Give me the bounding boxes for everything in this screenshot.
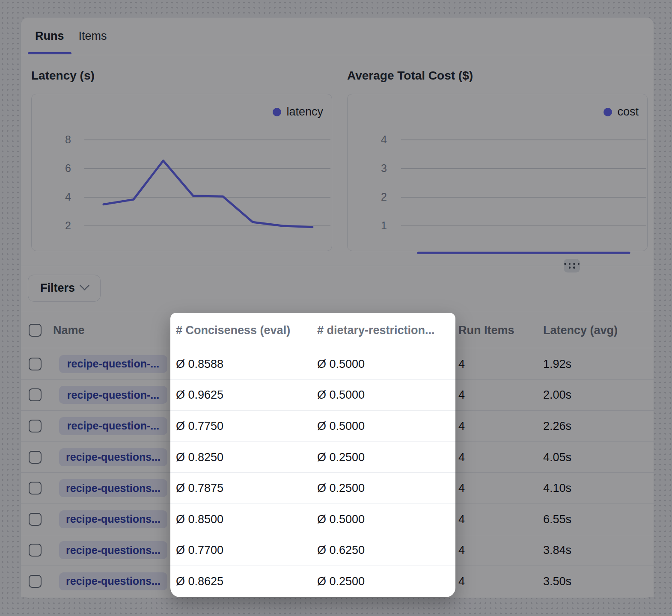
conciseness-score-cell: Ø 0.8588 (176, 357, 223, 370)
latency-chart: latency 8642 (31, 94, 332, 251)
column-header-run-items[interactable]: Run Items (458, 323, 514, 337)
latency-chart-legend: latency (273, 105, 323, 118)
resize-grip-icon[interactable] (564, 259, 580, 272)
row-checkbox[interactable] (29, 451, 42, 464)
run-name-badge[interactable]: recipe-question-... (59, 355, 167, 373)
conciseness-score-cell: Ø 0.8625 (176, 575, 223, 588)
table-body: recipe-question-... Ø 0.8588 Ø 0.5000 4 … (21, 349, 654, 597)
legend-label: cost (617, 105, 639, 118)
conciseness-score-cell: Ø 0.7875 (176, 482, 223, 495)
run-name-badge[interactable]: recipe-questions... (59, 479, 167, 497)
run-items-cell: 4 (458, 357, 465, 370)
table-row[interactable]: recipe-questions... Ø 0.8250 Ø 0.2500 4 … (21, 442, 654, 473)
row-checkbox[interactable] (29, 420, 42, 432)
latency-avg-cell: 3.84s (543, 544, 571, 557)
run-name-badge[interactable]: recipe-questions... (59, 572, 167, 590)
latency-avg-cell: 1.92s (543, 357, 571, 370)
dietary-restriction-score-cell: Ø 0.2500 (317, 482, 365, 495)
column-header-conciseness[interactable]: # Conciseness (eval) (176, 323, 290, 337)
cost-chart: cost 4321 (347, 94, 648, 251)
tab-bar: Runs Items (21, 18, 654, 55)
run-items-cell: 4 (458, 482, 465, 495)
column-header-name[interactable]: Name (53, 323, 85, 337)
run-items-cell: 4 (458, 575, 465, 588)
latency-avg-cell: 3.50s (543, 575, 571, 588)
dietary-restriction-score-cell: Ø 0.2500 (317, 575, 365, 588)
table-row[interactable]: recipe-questions... Ø 0.7875 Ø 0.2500 4 … (21, 473, 654, 504)
runs-dashboard-card: Runs Items Latency (s) Average Total Cos… (21, 17, 654, 598)
table-row[interactable]: recipe-question-... Ø 0.8588 Ø 0.5000 4 … (21, 349, 654, 380)
legend-dot-icon (604, 108, 612, 116)
conciseness-score-cell: Ø 0.8500 (176, 512, 223, 526)
dietary-restriction-score-cell: Ø 0.5000 (317, 388, 365, 402)
latency-avg-cell: 2.00s (543, 388, 571, 402)
row-checkbox[interactable] (29, 482, 42, 495)
table-row[interactable]: recipe-question-... Ø 0.9625 Ø 0.5000 4 … (21, 380, 654, 411)
row-checkbox[interactable] (29, 544, 42, 557)
column-header-dietary-restriction[interactable]: # dietary-restriction... (317, 323, 435, 337)
latency-avg-cell: 4.10s (543, 482, 571, 495)
latency-avg-cell: 6.55s (543, 512, 571, 526)
chevron-down-icon (80, 280, 90, 290)
filters-button[interactable]: Filters (28, 275, 101, 302)
table-header: Name # Conciseness (eval) # dietary-rest… (21, 312, 654, 348)
latency-series-line (104, 161, 312, 227)
dietary-restriction-score-cell: Ø 0.6250 (317, 544, 365, 557)
row-checkbox[interactable] (29, 358, 42, 370)
run-items-cell: 4 (458, 388, 465, 402)
row-checkbox[interactable] (29, 513, 42, 526)
dietary-restriction-score-cell: Ø 0.5000 (317, 419, 365, 432)
conciseness-score-cell: Ø 0.7700 (176, 544, 223, 557)
tab-items[interactable]: Items (71, 18, 114, 55)
run-name-badge[interactable]: recipe-question-... (59, 386, 167, 404)
legend-dot-icon (273, 108, 281, 116)
run-name-badge[interactable]: recipe-questions... (59, 448, 167, 466)
latency-avg-cell: 2.26s (543, 419, 571, 432)
tab-runs[interactable]: Runs (28, 18, 71, 55)
table-row[interactable]: recipe-questions... Ø 0.7700 Ø 0.6250 4 … (21, 535, 654, 566)
column-header-latency-avg[interactable]: Latency (avg) (543, 323, 618, 337)
dietary-restriction-score-cell: Ø 0.2500 (317, 450, 365, 464)
run-name-badge[interactable]: recipe-questions... (59, 541, 167, 559)
table-row[interactable]: recipe-question-... Ø 0.7750 Ø 0.5000 4 … (21, 411, 654, 442)
run-items-cell: 4 (458, 544, 465, 557)
conciseness-score-cell: Ø 0.7750 (176, 419, 223, 432)
legend-label: latency (286, 105, 323, 118)
row-checkbox[interactable] (29, 575, 42, 588)
latency-avg-cell: 4.05s (543, 450, 571, 464)
run-name-badge[interactable]: recipe-question-... (59, 417, 167, 435)
run-items-cell: 4 (458, 512, 465, 526)
run-items-cell: 4 (458, 450, 465, 464)
dietary-restriction-score-cell: Ø 0.5000 (317, 357, 365, 370)
latency-chart-title: Latency (s) (31, 69, 95, 83)
select-all-checkbox[interactable] (29, 324, 42, 337)
cost-chart-title: Average Total Cost ($) (347, 69, 473, 83)
dietary-restriction-score-cell: Ø 0.5000 (317, 512, 365, 526)
table-row[interactable]: recipe-questions... Ø 0.8625 Ø 0.2500 4 … (21, 566, 654, 597)
row-checkbox[interactable] (29, 388, 42, 401)
run-items-cell: 4 (458, 419, 465, 432)
conciseness-score-cell: Ø 0.9625 (176, 388, 223, 402)
filters-label: Filters (40, 281, 75, 295)
table-row[interactable]: recipe-questions... Ø 0.8500 Ø 0.5000 4 … (21, 504, 654, 535)
run-name-badge[interactable]: recipe-questions... (59, 510, 167, 528)
conciseness-score-cell: Ø 0.8250 (176, 450, 223, 464)
cost-line-plot (348, 94, 647, 251)
cost-chart-legend: cost (604, 105, 639, 118)
section-divider (21, 266, 654, 266)
